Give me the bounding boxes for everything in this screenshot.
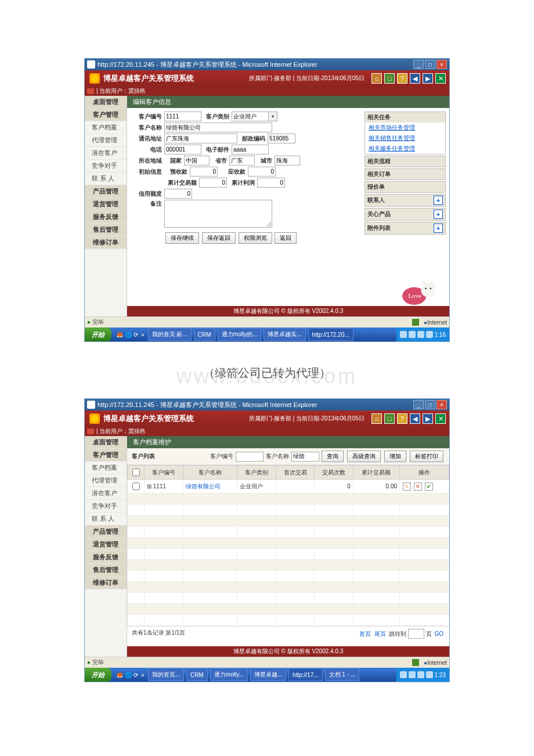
sidebar-item-customer[interactable]: 客户管理 [85,449,127,462]
pager-go[interactable]: GO [434,631,443,637]
forward-icon[interactable]: ▶ [423,73,433,84]
sidebar-item-aftersale[interactable]: 售后管理 [85,224,127,236]
tot-input[interactable] [199,178,227,188]
back-icon[interactable]: ◀ [410,413,420,424]
tray-icon[interactable] [400,671,407,678]
tray-icon[interactable] [400,331,407,338]
sidebar-item-repair[interactable]: 维修订单 [85,236,127,249]
taskbar-app-2[interactable]: CRM [194,328,215,341]
taskbar-app-5[interactable]: http://17... [288,668,322,681]
tray-icon[interactable] [417,671,424,678]
sidebar-item-potential[interactable]: 潜在客户 [85,147,127,160]
prov-input[interactable] [229,156,255,165]
back-icon[interactable]: ◀ [410,73,420,84]
credit-input[interactable] [164,189,192,199]
name-input[interactable] [164,123,272,132]
close-button[interactable]: × [436,400,447,409]
related-sales-link[interactable]: 相关销售任务管理 [365,133,445,143]
refresh-icon[interactable]: □ [384,73,395,84]
taskbar-app-1[interactable]: 我的首页·新... [148,328,192,341]
return-button[interactable]: 返回 [275,232,297,244]
filter-code-input[interactable] [236,452,264,462]
adv-query-button[interactable]: 高级查询 [347,451,381,462]
tel-input[interactable] [164,145,201,154]
minimize-button[interactable]: _ [413,400,424,409]
add-contact-icon[interactable]: + [434,196,443,205]
print-button[interactable]: 标签打印 [410,451,443,462]
query-button[interactable]: 查询 [322,451,344,462]
pager-first[interactable]: 首页 [359,631,371,637]
sidebar-item-competitor[interactable]: 竞争对手 [85,160,127,172]
post-input[interactable] [268,134,295,143]
taskbar-app-2[interactable]: CRM [186,668,208,681]
sidebar-item-return[interactable]: 退货管理 [85,198,127,211]
sidebar-item-profile[interactable]: 客户档案 [85,462,127,474]
taskbar-app-3[interactable]: 通力molly的... [218,328,262,341]
pager-last[interactable]: 尾页 [374,631,386,637]
sidebar-item-contact[interactable]: 联 系 人 [85,172,127,185]
maximize-button[interactable]: □ [425,400,435,409]
delete-icon[interactable]: ✕ [414,483,422,491]
home-icon[interactable]: ⌂ [371,73,382,84]
refresh-icon[interactable]: □ [384,413,395,424]
type-input[interactable] [232,111,269,121]
start-button[interactable]: 开始 [85,327,111,341]
select-all-checkbox[interactable] [132,469,140,476]
sidebar-item-repair[interactable]: 维修订单 [85,577,127,589]
row-checkbox[interactable] [132,483,140,490]
maximize-button[interactable]: □ [425,60,435,69]
city-input[interactable] [275,156,300,165]
tray-icon[interactable] [409,331,416,338]
sidebar-item-competitor[interactable]: 竞争对手 [85,500,127,513]
sidebar-item-contact[interactable]: 联 系 人 [85,513,127,525]
sidebar-item-feedback[interactable]: 服务反馈 [85,211,127,224]
profit-input[interactable] [257,178,285,188]
country-input[interactable] [184,156,210,165]
sidebar-item-desktop[interactable]: 桌面管理 [85,436,127,449]
save-continue-button[interactable]: 保存继续 [165,232,199,244]
help-icon[interactable]: ? [397,413,407,424]
related-service-link[interactable]: 相关服务任务管理 [365,143,445,154]
sidebar-item-potential[interactable]: 潜在客户 [85,487,127,500]
type-dropdown-icon[interactable]: ▾ [269,111,277,121]
add-attach-icon[interactable]: + [434,224,443,233]
sidebar-item-aftersale[interactable]: 售后管理 [85,564,127,577]
filter-name-input[interactable] [291,452,319,462]
sidebar-item-feedback[interactable]: 服务反馈 [85,551,127,564]
taskbar-app-6[interactable]: 文档 1 - ... [325,668,360,681]
due-input[interactable] [248,167,276,177]
exit-icon[interactable]: ✕ [435,73,446,84]
help-icon[interactable]: ? [397,73,407,84]
code-input[interactable] [164,111,201,121]
tray-icon[interactable] [426,671,433,678]
taskbar-app-3[interactable]: 通力molly... [210,668,248,681]
perm-browse-button[interactable]: 权限浏览 [239,232,272,244]
save-return-button[interactable]: 保存返回 [202,232,236,244]
exit-icon[interactable]: ✕ [435,413,446,424]
view-icon[interactable]: ✔ [425,483,433,491]
pre-input[interactable] [190,167,218,177]
sidebar-item-product[interactable]: 产品管理 [85,185,127,198]
table-row[interactable]: ⊞ 1111 绿箭有限公司 企业用户 0 0.00 ✎ ✕ ✔ [128,480,449,494]
related-market-link[interactable]: 相关市场任务管理 [365,123,445,133]
sidebar-item-agent[interactable]: 代理管理 [85,134,127,147]
row-name-link[interactable]: 绿箭有限公司 [183,480,237,494]
sidebar-item-return[interactable]: 退货管理 [85,538,127,551]
tray-icon[interactable] [426,331,433,338]
taskbar-app-1[interactable]: 我的首页... [148,668,184,681]
sidebar-item-profile[interactable]: 客户档案 [85,121,127,134]
forward-icon[interactable]: ▶ [423,413,433,424]
sidebar-item-agent[interactable]: 代理管理 [85,474,127,487]
tray-icon[interactable] [409,671,416,678]
start-button[interactable]: 开始 [85,668,111,682]
sidebar-item-desktop[interactable]: 桌面管理 [85,96,127,109]
taskbar-app-4[interactable]: 博星卓越... [250,668,286,681]
email-input[interactable] [232,145,269,154]
sidebar-item-customer[interactable]: 客户管理 [85,109,127,121]
pager-page-input[interactable] [408,629,424,639]
add-product-icon[interactable]: + [434,210,443,219]
taskbar-app-5[interactable]: http://172.20... [308,328,353,341]
addr-input[interactable] [164,134,237,143]
remark-input[interactable] [164,200,272,228]
sidebar-item-product[interactable]: 产品管理 [85,525,127,538]
